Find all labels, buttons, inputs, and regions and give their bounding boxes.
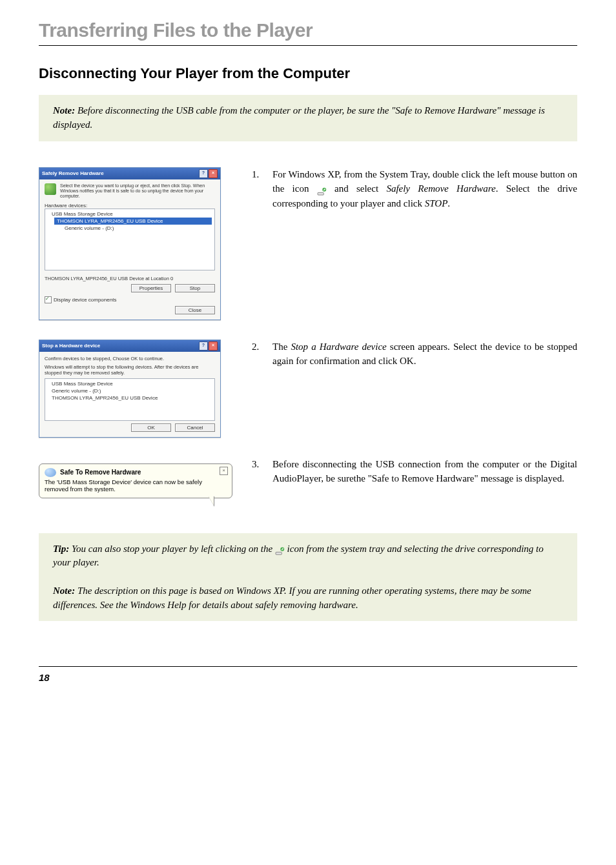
step-2-text: The Stop a Hardware device screen appear… bbox=[272, 340, 577, 369]
dialog1-list-label: Hardware devices: bbox=[45, 203, 215, 209]
section-title: Disconnecting Your Player from the Compu… bbox=[39, 65, 577, 82]
tip-pre: You can also stop your player by left cl… bbox=[69, 544, 275, 554]
safely-remove-dialog: Safely Remove Hardware ? × Select the de… bbox=[39, 167, 221, 320]
note-label: Note: bbox=[53, 105, 75, 116]
page-number: 18 bbox=[39, 672, 577, 683]
list-item[interactable]: USB Mass Storage Device bbox=[48, 210, 212, 218]
dialog1-title: Safely Remove Hardware bbox=[42, 170, 104, 176]
step-1-row: Safely Remove Hardware ? × Select the de… bbox=[39, 167, 577, 320]
tip-label: Tip: bbox=[53, 544, 69, 554]
safe-remove-balloon: × Safe To Remove Hardware The 'USB Mass … bbox=[39, 463, 232, 498]
properties-button[interactable]: Properties bbox=[131, 284, 171, 292]
stop-hardware-dialog: Stop a Hardware device ? × Confirm devic… bbox=[39, 340, 221, 438]
svg-rect-0 bbox=[318, 192, 323, 195]
dialog2-line2: Windows will attempt to stop the followi… bbox=[45, 364, 215, 376]
svg-rect-2 bbox=[276, 552, 282, 555]
help-icon[interactable]: ? bbox=[199, 169, 208, 178]
list-item-selected[interactable]: THOMSON LYRA_MPR2456_EU USB Device bbox=[54, 218, 212, 225]
balloon-title: Safe To Remove Hardware bbox=[60, 469, 141, 476]
step-3-number: 3. bbox=[252, 457, 272, 486]
ok-button[interactable]: OK bbox=[131, 423, 171, 432]
stop-button[interactable]: Stop bbox=[175, 284, 215, 292]
usb-eject-icon bbox=[45, 183, 56, 195]
balloon-body: The 'USB Mass Storage Device' device can… bbox=[45, 478, 227, 493]
bottom-rule bbox=[39, 666, 577, 667]
step-2-number: 2. bbox=[252, 340, 272, 369]
list-item[interactable]: Generic volume - (D:) bbox=[61, 225, 212, 232]
step-3-row: × Safe To Remove Hardware The 'USB Mass … bbox=[39, 457, 577, 498]
display-components-checkbox[interactable] bbox=[45, 296, 52, 303]
tray-eject-icon bbox=[275, 545, 285, 554]
note-body: Before disconnecting the USB cable from … bbox=[53, 105, 545, 130]
step-1-text: For Windows XP, from the System Tray, do… bbox=[272, 167, 577, 211]
top-rule bbox=[39, 45, 577, 46]
tray-eject-icon bbox=[317, 185, 327, 194]
list-item[interactable]: USB Mass Storage Device bbox=[48, 380, 212, 387]
list-item[interactable]: Generic volume - (D:) bbox=[48, 387, 212, 394]
note2-body: The description on this page is based on… bbox=[53, 585, 531, 610]
dialog1-intro: Select the device you want to unplug or … bbox=[60, 183, 215, 199]
close-icon[interactable]: × bbox=[209, 341, 218, 351]
balloon-close-icon[interactable]: × bbox=[220, 467, 228, 475]
step-2-row: Stop a Hardware device ? × Confirm devic… bbox=[39, 340, 577, 438]
cancel-button[interactable]: Cancel bbox=[175, 423, 215, 432]
step-3-text: Before disconnecting the USB connection … bbox=[272, 457, 577, 486]
dialog2-line1: Confirm devices to be stopped, Choose OK… bbox=[45, 356, 215, 361]
note2-label: Note: bbox=[53, 585, 75, 596]
chapter-title: Transferring Files to the Player bbox=[39, 19, 577, 41]
note-box-1: Note: Before disconnecting the USB cable… bbox=[39, 95, 577, 141]
help-icon[interactable]: ? bbox=[199, 341, 208, 351]
close-icon[interactable]: × bbox=[209, 169, 218, 178]
hardware-devices-list[interactable]: USB Mass Storage Device THOMSON LYRA_MPR… bbox=[45, 209, 215, 270]
display-components-label: Display device components bbox=[54, 297, 116, 303]
step-1-number: 1. bbox=[252, 167, 272, 211]
list-item[interactable]: THOMSON LYRA_MPR2456_EU USB Device bbox=[48, 394, 212, 402]
close-button[interactable]: Close bbox=[175, 306, 215, 314]
info-icon bbox=[45, 468, 56, 477]
dialog2-title: Stop a Hardware device bbox=[42, 343, 100, 349]
dialog1-status: THOMSON LYRA_MPR2456_EU USB Device at Lo… bbox=[45, 276, 215, 281]
stop-devices-list[interactable]: USB Mass Storage Device Generic volume -… bbox=[45, 378, 215, 421]
tip-box: Tip: You can also stop your player by le… bbox=[39, 533, 577, 622]
